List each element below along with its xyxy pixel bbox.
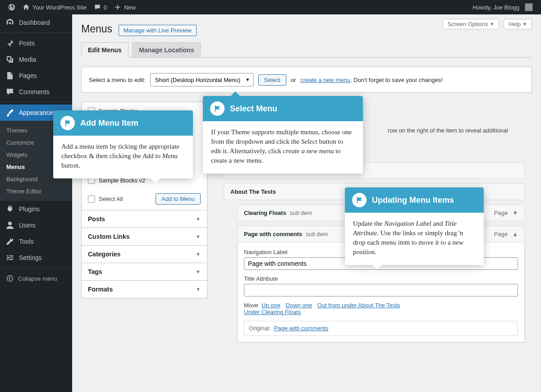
menu-select-bar: Select a menu to edit: Short (Desktop Ho… xyxy=(81,67,532,93)
sidebar-item-settings[interactable]: Settings xyxy=(0,250,72,266)
dashboard-icon xyxy=(5,18,14,27)
sidebar-item-plugins[interactable]: Plugins xyxy=(0,201,72,217)
screen-options-button[interactable]: Screen Options▼ xyxy=(443,19,500,29)
caret-down-icon: ▼ xyxy=(196,287,201,292)
accordion-categories[interactable]: Categories▼ xyxy=(81,245,207,263)
caret-down-icon: ▼ xyxy=(196,234,201,239)
accordion-posts[interactable]: Posts▼ xyxy=(81,210,207,228)
admin-sidebar: Dashboard Posts Media Pages Comments App… xyxy=(0,14,72,392)
avatar xyxy=(525,3,533,11)
move-up-link[interactable]: Up one xyxy=(261,302,280,309)
move-links: Move Up one Down one Out from under Abou… xyxy=(244,302,518,315)
add-to-menu-button[interactable]: Add to Menu xyxy=(156,193,201,205)
separator xyxy=(0,100,72,102)
media-icon xyxy=(5,55,14,64)
caret-down-icon[interactable]: ▼ xyxy=(512,210,518,216)
screen-meta-links: Screen Options▼ Help▼ xyxy=(443,19,532,29)
caret-down-icon: ▼ xyxy=(196,251,201,257)
sidebar-item-tools[interactable]: Tools xyxy=(0,233,72,250)
flag-icon xyxy=(60,116,75,130)
plugin-icon xyxy=(5,205,14,214)
separator xyxy=(0,266,72,268)
tooltip-select-menu: Select Menu If your Theme supports multi… xyxy=(203,96,363,173)
or-text: or xyxy=(291,77,296,83)
caret-down-icon: ▼ xyxy=(196,269,201,274)
wordpress-icon xyxy=(8,4,15,11)
user-icon xyxy=(5,221,14,230)
menu-select[interactable]: Short (Desktop Horizontal Menu) xyxy=(150,73,254,87)
settings-icon xyxy=(5,253,14,262)
tooltip-arrow xyxy=(230,91,241,97)
collapse-icon xyxy=(5,274,14,283)
comment-icon xyxy=(5,87,14,96)
tooltip-add-menu-item: Add Menu Item Add a menu item by ticking… xyxy=(53,110,193,178)
move-out-link[interactable]: Out from under About The Tests xyxy=(317,302,400,309)
help-button[interactable]: Help▼ xyxy=(504,19,532,29)
caret-down-icon: ▼ xyxy=(196,216,201,222)
select-all-checkbox[interactable] xyxy=(88,196,95,203)
sidebar-item-pages[interactable]: Pages xyxy=(0,68,72,84)
new-content-link[interactable]: New xyxy=(110,0,139,14)
tab-edit-menus[interactable]: Edit Menus xyxy=(81,42,128,58)
sidebar-item-users[interactable]: Users xyxy=(0,217,72,233)
select-button[interactable]: Select xyxy=(258,74,286,86)
plus-icon xyxy=(114,4,121,11)
svg-point-0 xyxy=(8,222,12,225)
create-new-menu-link[interactable]: create a new menu xyxy=(300,77,350,83)
move-down-link[interactable]: Down one xyxy=(286,302,312,309)
flag-icon xyxy=(210,101,225,116)
page-icon xyxy=(5,71,14,80)
original-link[interactable]: Page with comments xyxy=(274,325,329,332)
site-name: Your WordPress Site xyxy=(32,4,87,11)
accordion-tags[interactable]: Tags▼ xyxy=(81,263,207,281)
tooltip-updating-menu-items: Updating Menu Items Update the Navigatio… xyxy=(345,187,484,265)
submenu-theme-editor[interactable]: Theme Editor xyxy=(0,185,72,197)
nav-tabs: Edit Menus Manage Locations xyxy=(81,42,532,58)
admin-bar: Your WordPress Site 0 New Howdy, Joe Blo… xyxy=(0,0,541,14)
sidebar-item-dashboard[interactable]: Dashboard xyxy=(0,14,72,31)
sidebar-item-posts[interactable]: Posts xyxy=(0,35,72,51)
tab-manage-locations[interactable]: Manage Locations xyxy=(132,42,201,57)
home-icon xyxy=(23,4,30,11)
page-title: Menus xyxy=(81,19,112,37)
flag-icon xyxy=(352,193,367,207)
move-under-link[interactable]: Under Clearing Floats xyxy=(244,309,301,315)
sidebar-item-comments[interactable]: Comments xyxy=(0,84,72,100)
comment-count: 0 xyxy=(104,4,107,11)
caret-down-icon: ▼ xyxy=(523,22,527,27)
site-name-link[interactable]: Your WordPress Site xyxy=(19,0,90,14)
caret-down-icon: ▼ xyxy=(490,22,494,27)
original-box: Original: Page with comments xyxy=(244,321,518,336)
collapse-menu[interactable]: Collapse menu xyxy=(0,270,72,287)
caret-up-icon[interactable]: ▲ xyxy=(512,231,518,237)
tooltip-arrow xyxy=(150,178,161,183)
pin-icon xyxy=(5,39,14,48)
title-attr-input[interactable] xyxy=(244,284,518,296)
manage-live-preview-button[interactable]: Manage with Live Preview xyxy=(119,25,197,36)
wrench-icon xyxy=(5,237,14,246)
note-text: . Don't forget to save your changes! xyxy=(350,77,443,83)
title-attr-label: Title Attribute xyxy=(244,275,518,282)
accordion-formats[interactable]: Formats▼ xyxy=(81,280,207,298)
user-menu[interactable]: Howdy, Joe Blogg xyxy=(469,0,536,14)
comments-link[interactable]: 0 xyxy=(90,0,110,14)
new-label: New xyxy=(124,4,136,11)
comment-icon xyxy=(94,4,101,11)
wp-logo[interactable] xyxy=(5,0,19,14)
svg-point-1 xyxy=(7,276,13,282)
select-menu-label: Select a menu to edit: xyxy=(89,77,146,83)
separator xyxy=(0,31,72,33)
howdy-text: Howdy, Joe Blogg xyxy=(472,4,519,11)
sidebar-item-media[interactable]: Media xyxy=(0,51,72,68)
accordion-custom-links[interactable]: Custom Links▼ xyxy=(81,228,207,246)
tooltip-arrow xyxy=(372,264,383,269)
brush-icon xyxy=(5,108,14,117)
